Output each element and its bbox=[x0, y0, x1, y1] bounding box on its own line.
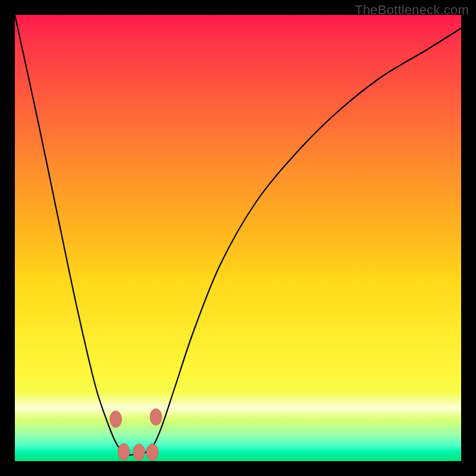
watermark-text: TheBottleneck.com bbox=[355, 2, 469, 18]
chart-background-gradient bbox=[15, 15, 461, 461]
chart-plot-area bbox=[15, 15, 461, 461]
